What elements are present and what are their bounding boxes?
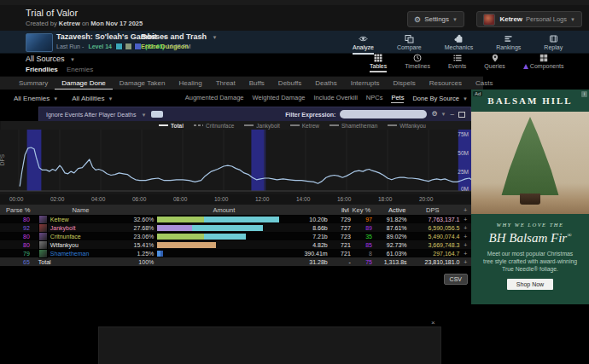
legend-ketrew[interactable]: Ketrew <box>290 123 319 129</box>
sources-dropdown[interactable]: All Sources ▼ <box>26 55 93 63</box>
amount-value: 10.20b <box>288 217 327 222</box>
shop-now-button[interactable]: Shop Now <box>507 279 553 290</box>
toggle-augmented-damage[interactable]: Augmented Damage <box>185 94 244 103</box>
col-dps[interactable]: DPS <box>405 206 459 214</box>
report-title: Trial of Valor <box>26 8 143 18</box>
close-icon[interactable]: × <box>431 319 435 326</box>
enemies-filter-dropdown[interactable]: All Enemies▼ <box>14 95 58 102</box>
tab-summary[interactable]: Summary <box>12 77 55 90</box>
table-row[interactable]: 80Ketrew32.60%10.20b7299791.82%7,763,137… <box>0 215 471 223</box>
nav-rankings[interactable]: Rankings <box>496 31 521 55</box>
run-label: Last Run <box>56 43 80 49</box>
table-row[interactable]: 79Shametheman1.25%390.41m721861.03%297,1… <box>0 249 471 257</box>
player-name[interactable]: Total <box>38 259 51 265</box>
expand-button[interactable]: + <box>459 225 471 231</box>
secondary-nav: Tables Timelines Events Queries Componen… <box>370 54 564 72</box>
expand-button[interactable]: + <box>459 234 471 240</box>
pull-filter-dropdown[interactable]: Bosses and Trash ▼ <box>141 32 218 41</box>
tab-threat[interactable]: Threat <box>209 77 242 90</box>
user-menu-button[interactable]: Ketrew Personal Logs ▼ <box>476 11 582 27</box>
amount-percent: 15.41% <box>121 242 155 248</box>
nav-components[interactable]: Components <box>523 54 564 72</box>
col-name[interactable]: Name <box>33 206 122 214</box>
table-row[interactable]: 80Critnunface23.06%7.21b7233589.02%5,490… <box>0 232 471 240</box>
tab-healing[interactable]: Healing <box>172 77 209 90</box>
nav-mechanics[interactable]: Mechanics <box>445 31 473 55</box>
maximize-icon[interactable] <box>458 112 465 118</box>
player-name[interactable]: Ketrew <box>50 217 69 222</box>
amount-percent: 100% <box>121 259 155 265</box>
chart-settings-gear-icon[interactable]: ⚙▼ <box>431 111 446 118</box>
expand-button[interactable]: + <box>459 242 471 248</box>
toggle-npcs[interactable]: NPCs <box>366 94 383 103</box>
legend-wtfankyou[interactable]: Wtfankyou <box>388 123 426 129</box>
nav-timelines[interactable]: Timelines <box>405 54 430 72</box>
sidebar-ad[interactable]: Ad i BALSAM HILL WHY WE LOVE THE BH Bals… <box>471 90 589 304</box>
chart-header: Ignore Events After Player Deaths ▼ Filt… <box>38 107 471 121</box>
minimize-icon[interactable]: – <box>451 111 454 118</box>
col-parse[interactable]: Parse % <box>0 206 33 214</box>
tab-dispels[interactable]: Dispels <box>386 77 422 90</box>
nav-queries[interactable]: Queries <box>484 54 505 72</box>
settings-button[interactable]: ⚙ Settings ▼ <box>407 11 464 27</box>
gear-icon: ⚙ <box>414 15 421 24</box>
nav-analyze[interactable]: Analyze <box>353 31 374 55</box>
player-name[interactable]: Jankybolt <box>50 225 76 231</box>
table-row[interactable]: 80Wtfankyou15.41%4.82b7218592.73%3,669,7… <box>0 240 471 249</box>
ignore-deaths-toggle[interactable] <box>151 111 163 118</box>
tab-debuffs[interactable]: Debuffs <box>271 77 308 90</box>
dungeon-thumbnail[interactable] <box>26 33 53 52</box>
ad-tag: Ad <box>473 91 482 96</box>
csv-export-button[interactable]: CSV <box>444 274 468 285</box>
legend-jankybolt[interactable]: Jankybolt <box>244 123 279 129</box>
ad-info-icon[interactable]: i <box>581 91 587 97</box>
legend-shametheman[interactable]: Shametheman <box>329 123 377 129</box>
table-total-row[interactable]: 65Total100%31.28b-751,313.8s23,810,181.0… <box>0 257 471 266</box>
tab-casts[interactable]: Casts <box>469 77 499 90</box>
legend-critnunface[interactable]: Critnunface <box>194 123 234 129</box>
tab-interrupts[interactable]: Interrupts <box>344 77 387 90</box>
tab-resources[interactable]: Resources <box>423 77 469 90</box>
col-key[interactable]: Key % <box>349 206 371 214</box>
col-ilvl[interactable]: ilvl <box>325 206 349 214</box>
col-amount[interactable]: Amount <box>123 206 326 214</box>
x-tick: 14:00 <box>296 196 310 202</box>
table-row[interactable]: 92Jankybolt27.68%8.66b7278987.61%6,590,0… <box>0 223 471 232</box>
ignore-deaths-dropdown[interactable]: Ignore Events After Player Deaths ▼ <box>46 112 146 118</box>
abilities-filter-dropdown[interactable]: All Abilities▼ <box>72 95 113 102</box>
player-name[interactable]: Critnunface <box>50 234 81 240</box>
toggle-weighted-damage[interactable]: Weighted Damage <box>253 94 306 103</box>
report-author[interactable]: Ketrew <box>59 20 80 27</box>
user-logs-label: Personal Logs <box>526 15 567 23</box>
done-by-source-dropdown[interactable]: Done By Source▼ <box>412 95 468 102</box>
dps-line-chart[interactable]: DPS 75M 50M 25M 0M <box>0 130 471 194</box>
expand-button[interactable]: + <box>459 259 471 265</box>
bottom-banner-ad[interactable] <box>98 326 441 364</box>
chevron-down-icon: ▼ <box>108 96 113 101</box>
nav-events[interactable]: Events <box>448 54 466 72</box>
toggle-include-overkill[interactable]: Include Overkill <box>314 94 358 103</box>
player-name[interactable]: Shametheman <box>50 251 90 257</box>
damage-table: Parse % Name Amount ilvl Key % Active DP… <box>0 205 471 285</box>
col-active[interactable]: Active <box>370 206 405 214</box>
expand-button[interactable]: + <box>459 251 471 257</box>
tab-deaths[interactable]: Deaths <box>308 77 343 90</box>
chevron-down-icon: ▼ <box>70 57 75 62</box>
nav-tables[interactable]: Tables <box>370 54 387 72</box>
nav-compare[interactable]: Compare <box>397 31 422 55</box>
affix-icon <box>125 43 132 50</box>
y-tick: 25M <box>458 169 469 175</box>
toggle-pets[interactable]: Pets <box>391 94 404 103</box>
tab-damage-done[interactable]: Damage Done <box>55 77 113 90</box>
tab-damage-taken[interactable]: Damage Taken <box>113 77 172 90</box>
byline-mid: on <box>82 20 89 27</box>
filter-expression-input[interactable] <box>340 110 427 118</box>
tab-buffs[interactable]: Buffs <box>242 77 271 90</box>
expand-button[interactable]: + <box>459 217 471 222</box>
enemies-toggle[interactable]: Enemies <box>67 66 93 73</box>
legend-total[interactable]: Total <box>159 123 184 129</box>
player-name[interactable]: Wtfankyou <box>50 242 79 248</box>
compare-icon <box>405 34 414 43</box>
friendlies-toggle[interactable]: Friendlies <box>26 66 58 73</box>
nav-replay[interactable]: Replay <box>544 31 563 55</box>
